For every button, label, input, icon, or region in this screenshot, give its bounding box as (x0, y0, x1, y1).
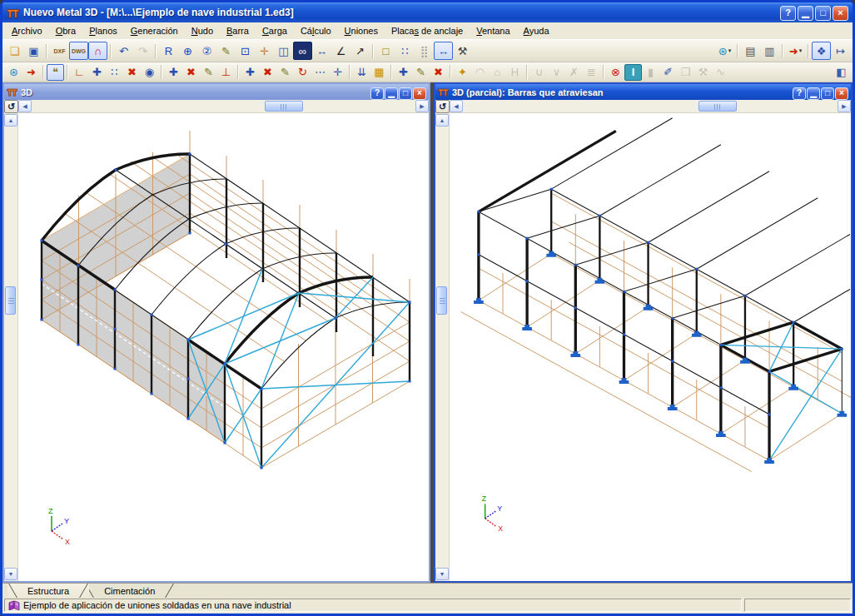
region-grid-button[interactable]: ⣿ (415, 42, 434, 60)
selection-dotted-button[interactable]: ∷ (106, 64, 123, 81)
export-file-button[interactable]: ➜▾ (786, 42, 805, 60)
bar-edit-button[interactable]: ✎ (276, 64, 294, 81)
web-services-button[interactable]: ⊛▾ (715, 42, 734, 60)
node-support-button[interactable]: ⊥ (217, 64, 235, 81)
node-edit-button[interactable]: ✎ (200, 64, 217, 81)
node-new-button[interactable]: ✚ (165, 64, 182, 81)
vertical-scroll-thumb[interactable] (5, 286, 16, 315)
beam-copy-button[interactable]: ▮ (642, 64, 659, 81)
window-3d-minimize-button[interactable]: ▁ (385, 87, 398, 100)
block-tools-button[interactable]: ⚒ (694, 64, 712, 81)
connection-plug-button[interactable]: ∿ (712, 64, 729, 81)
comment-note-button[interactable]: ❝ (47, 64, 64, 81)
bar-divide-button[interactable]: ⋯ (311, 64, 329, 81)
vertical-scrollbar[interactable]: ▲ ▼ (435, 113, 450, 581)
scroll-right-button[interactable]: ▶ (838, 100, 851, 112)
block-copy-button[interactable]: ❒ (677, 64, 694, 81)
redo-button[interactable]: ↷ (133, 42, 152, 60)
visibility-eye-button[interactable]: ◉ (141, 64, 158, 81)
bar-rotate-button[interactable]: ↻ (294, 64, 311, 81)
region-polygon-button[interactable]: ∷ (395, 42, 415, 60)
app-help-button[interactable]: ? (780, 6, 796, 21)
window-3d-maximize-button[interactable]: □ (399, 87, 412, 100)
scroll-up-button[interactable]: ▲ (4, 114, 17, 127)
rotate-view-button[interactable]: ↺ (4, 100, 18, 113)
open-file-button[interactable]: ❏ (5, 42, 24, 60)
truss-down-button[interactable]: ∪ (530, 64, 548, 81)
window-config-button[interactable]: ❖ (812, 42, 831, 60)
zoom-previous-button[interactable]: ② (197, 42, 216, 60)
window-3d-partial-help-button[interactable]: ? (793, 87, 806, 100)
window-3d-partial-close-button[interactable]: × (835, 87, 848, 100)
app-minimize-button[interactable]: ▁ (798, 6, 813, 21)
measure-angle-button[interactable]: ∠ (331, 42, 350, 60)
mark-zone-button[interactable]: ✎ (216, 42, 236, 60)
zoom-rotate-button[interactable]: R (159, 42, 178, 60)
window-print-button[interactable]: ◫ (274, 42, 293, 60)
save-file-button[interactable]: ▣ (24, 42, 43, 60)
pan-view-button[interactable]: ✛ (255, 42, 274, 60)
bar-insert-node-button[interactable]: ✛ (329, 64, 346, 81)
beam-edit-button[interactable]: ✐ (659, 64, 677, 81)
horizontal-scrollbar[interactable]: ◀ ▶ (450, 100, 851, 113)
menu-planos[interactable]: Planos (82, 23, 124, 38)
structure-3d-canvas[interactable]: Z Y X (18, 113, 429, 581)
menu-carga[interactable]: Carga (256, 23, 294, 38)
rotate-view-button[interactable]: ↺ (435, 100, 450, 113)
window-3d-partial-titlebar[interactable]: 3D (parcial): Barras que atraviesan ?▁□× (435, 84, 851, 100)
structure-3d-partial-canvas[interactable]: Z Y X (450, 113, 851, 581)
union-arc-button[interactable]: ◠ (471, 64, 489, 81)
loads-dumper-button[interactable]: ▦ (370, 64, 388, 81)
window-3d-partial-minimize-button[interactable]: ▁ (807, 87, 820, 100)
measure-distance-button[interactable]: ↔ (312, 42, 331, 60)
menu-uniones[interactable]: Uniones (338, 23, 385, 38)
horizontal-scrollbar[interactable]: ◀ ▶ (18, 100, 429, 113)
export-to-disk-button[interactable]: ➜ (22, 64, 40, 81)
beam-describe-button[interactable]: I (624, 64, 642, 81)
titlebar[interactable]: Nuevo Metal 3D - [M:\...\Ejemplo de nave… (2, 2, 853, 22)
export-calculation-button[interactable]: ◧ (833, 64, 850, 81)
tab-cimentacion[interactable]: Cimentación (84, 584, 175, 598)
tab-estructura[interactable]: Estructura (7, 584, 89, 598)
window-3d-help-button[interactable]: ? (370, 87, 384, 100)
selection-delete-button[interactable]: ✖ (123, 64, 141, 81)
menu-ventana[interactable]: Ventana (470, 23, 516, 38)
zoom-extents-button[interactable]: ⊕ (178, 42, 197, 60)
vertical-scroll-thumb[interactable] (436, 286, 447, 315)
bar-new-button[interactable]: ✚ (241, 64, 259, 81)
region-rectangle-button[interactable]: □ (376, 42, 395, 60)
snap-magnet-button[interactable]: ∩ (88, 42, 107, 60)
measure-coords-button[interactable]: ↗ (350, 42, 370, 60)
cancel-process-button[interactable]: ⊗ (607, 64, 624, 81)
scroll-right-button[interactable]: ▶ (415, 100, 429, 112)
dimension-add-button[interactable]: ✚ (88, 64, 106, 81)
menu-barra[interactable]: Barra (220, 23, 256, 38)
load-new-button[interactable]: ✚ (395, 64, 412, 81)
print-button[interactable]: ▤ (741, 42, 760, 60)
scroll-left-button[interactable]: ◀ (450, 100, 463, 112)
bar-delete-button[interactable]: ✖ (259, 64, 276, 81)
bars-verify-button[interactable]: ✗ (565, 64, 583, 81)
search-elements-button[interactable]: ∞ (293, 42, 312, 60)
menu-calculo[interactable]: Cálculo (294, 23, 338, 38)
scroll-left-button[interactable]: ◀ (18, 100, 32, 112)
node-delete-button[interactable]: ✖ (182, 64, 200, 81)
union-gable-button[interactable]: ⌂ (489, 64, 506, 81)
window-3d-partial-maximize-button[interactable]: □ (821, 87, 834, 100)
menu-nudo[interactable]: Nudo (185, 23, 220, 38)
undo-button[interactable]: ↶ (114, 42, 133, 60)
horizontal-scroll-thumb[interactable] (265, 101, 303, 112)
app-close-button[interactable]: × (833, 6, 848, 21)
load-edit-button[interactable]: ✎ (412, 64, 430, 81)
tools-options-button[interactable]: ⚒ (453, 42, 472, 60)
union-wand-button[interactable]: ✦ (454, 64, 471, 81)
load-delete-button[interactable]: ✖ (430, 64, 447, 81)
menu-generacion[interactable]: Generación (124, 23, 185, 38)
zoom-window-button[interactable]: ⊡ (236, 42, 255, 60)
origin-axes-button[interactable]: ∟ (71, 64, 88, 81)
dimensions-view-button[interactable]: ↔ (434, 42, 453, 60)
export-file-dropdown-arrow-icon[interactable]: ▾ (799, 47, 803, 54)
scroll-up-button[interactable]: ▲ (435, 114, 449, 127)
scroll-down-button[interactable]: ▼ (4, 568, 17, 580)
horizontal-scroll-thumb[interactable] (698, 101, 737, 112)
